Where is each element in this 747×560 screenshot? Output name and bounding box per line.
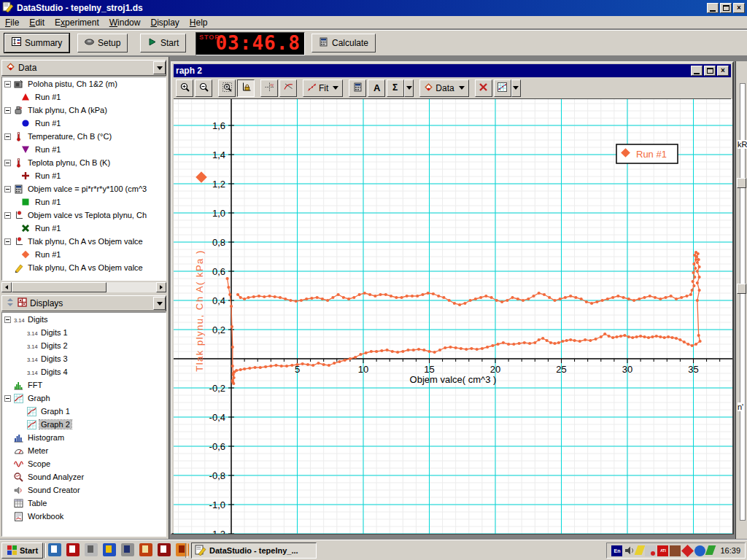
menu-display[interactable]: Display bbox=[145, 17, 184, 28]
quick-launch-opera-icon[interactable] bbox=[158, 543, 171, 556]
quick-launch-calculator-icon[interactable] bbox=[121, 543, 134, 556]
scrollbar-thumb[interactable] bbox=[12, 282, 107, 292]
data-item[interactable]: Objem valce vs Teplota plynu, Ch bbox=[2, 209, 166, 222]
legend[interactable]: Run #1 bbox=[616, 144, 678, 163]
summary-button[interactable]: Summary bbox=[4, 34, 69, 52]
display-item-table[interactable]: Table bbox=[2, 497, 166, 510]
tree-expander-icon[interactable] bbox=[4, 238, 11, 245]
display-item-meter[interactable]: Meter bbox=[2, 444, 166, 457]
language-en-indicator[interactable]: En bbox=[611, 545, 622, 556]
fit-menu-button[interactable]: Fit bbox=[303, 79, 343, 97]
delete-button[interactable] bbox=[475, 79, 492, 97]
run-item[interactable]: Run #1 bbox=[2, 169, 166, 182]
tree-expander-icon[interactable] bbox=[4, 133, 11, 140]
smart-tool-button[interactable]: xy bbox=[260, 79, 278, 97]
run-item[interactable]: Run #1 bbox=[2, 195, 166, 209]
slope-tool-button[interactable] bbox=[279, 79, 297, 97]
data-panel-dropdown-button[interactable] bbox=[153, 61, 166, 74]
dialup-tray-icon[interactable] bbox=[705, 545, 716, 555]
zoom-out-button[interactable] bbox=[195, 79, 212, 97]
data-menu-button[interactable]: Data bbox=[419, 79, 468, 97]
display-item-fft[interactable]: FFT bbox=[2, 378, 166, 392]
quick-launch-dragon-icon[interactable] bbox=[139, 543, 152, 556]
scheduler-tray-icon[interactable] bbox=[645, 545, 656, 556]
display-item-digits[interactable]: 3.14Digits bbox=[2, 313, 166, 326]
chart-plot-area[interactable]: 1,61,41,21,00,80,60,40,2-0,2-0,4-0,6-0,8… bbox=[174, 99, 732, 534]
menu-experiment[interactable]: Experiment bbox=[50, 17, 104, 28]
display-item-sound-creator[interactable]: Sound Creator bbox=[2, 483, 166, 497]
display-item-scope[interactable]: Scope bbox=[2, 457, 166, 470]
tree-expander-icon[interactable] bbox=[4, 316, 11, 323]
graph-close-button[interactable]: × bbox=[717, 66, 729, 76]
start-button[interactable]: Start bbox=[140, 34, 186, 52]
quick-launch-acrobat-icon[interactable] bbox=[66, 543, 80, 556]
tree-expander-icon[interactable] bbox=[4, 107, 11, 114]
display-item-sound-analyzer[interactable]: Sound Analyzer bbox=[2, 470, 166, 483]
display-item-digits-2[interactable]: 3.14Digits 2 bbox=[2, 339, 166, 352]
display-item-workbook[interactable]: Workbook bbox=[2, 510, 166, 523]
data-tree-horizontal-scrollbar[interactable] bbox=[1, 282, 166, 292]
start-menu-button[interactable]: Start bbox=[1, 542, 43, 559]
menu-help[interactable]: Help bbox=[185, 17, 213, 28]
tree-expander-icon[interactable] bbox=[4, 160, 11, 166]
data-item[interactable]: Poloha pistu, Ch 1&2 (m) bbox=[2, 77, 166, 90]
display-item-graph[interactable]: Graph bbox=[2, 392, 166, 405]
display-item-digits-1[interactable]: 3.14Digits 1 bbox=[2, 326, 166, 339]
tree-expander-icon[interactable] bbox=[4, 212, 11, 219]
displays-panel-header[interactable]: Displays bbox=[1, 295, 166, 311]
sync-tray-icon[interactable] bbox=[694, 545, 705, 556]
display-item-graph-1[interactable]: Graph 1 bbox=[2, 405, 166, 418]
tree-expander-icon[interactable] bbox=[4, 81, 11, 88]
display-item-histogram[interactable]: Histogram bbox=[2, 431, 166, 444]
displays-panel-dropdown-button[interactable] bbox=[153, 297, 166, 310]
ati-tray-icon[interactable]: ATI bbox=[657, 545, 668, 556]
data-item[interactable]: Tlak plynu, Ch A vs Objem valce bbox=[2, 235, 166, 248]
display-item-digits-3[interactable]: 3.14Digits 3 bbox=[2, 352, 166, 365]
scroll-right-button[interactable] bbox=[156, 282, 166, 292]
display-item-digits-4[interactable]: 3.14Digits 4 bbox=[2, 365, 166, 378]
quick-launch-bird-icon[interactable] bbox=[85, 543, 98, 556]
brush-tray-icon[interactable] bbox=[635, 545, 646, 555]
calculator-button[interactable] bbox=[349, 79, 366, 97]
statistics-button-dropdown[interactable] bbox=[404, 79, 414, 97]
power-tray-icon[interactable] bbox=[681, 545, 694, 557]
text-tool-button[interactable]: A bbox=[368, 79, 385, 97]
calculate-button[interactable]: Calculate bbox=[311, 34, 376, 52]
settings-menu-button[interactable] bbox=[494, 79, 511, 97]
run-item[interactable]: Run #1 bbox=[2, 143, 166, 156]
menu-edit[interactable]: Edit bbox=[24, 17, 50, 28]
run-item[interactable]: Run #1 bbox=[2, 248, 166, 261]
scale-lock-button[interactable] bbox=[237, 79, 255, 97]
run-item[interactable]: Run #1 bbox=[2, 117, 166, 130]
graph-2-window[interactable]: raph 2 × xyFitAΣData 1,61,41,21,00,80,60… bbox=[171, 61, 734, 534]
statistics-button[interactable]: Σ bbox=[387, 79, 404, 97]
quick-launch-paint-icon[interactable] bbox=[103, 543, 116, 556]
data-item[interactable]: Teplota plynu, Ch B (K) bbox=[2, 156, 166, 169]
app-title-bar[interactable]: DataStudio - tepelny_stroj1.ds × bbox=[0, 0, 747, 16]
data-item[interactable]: Tlak plynu, Ch A vs Objem valce bbox=[2, 261, 166, 274]
data-item[interactable]: Tlak plynu, Ch A (kPa) bbox=[2, 104, 166, 117]
volume-icon[interactable] bbox=[624, 545, 635, 556]
data-item[interactable]: Objem valce = pi*r*r*y*100 (cm^3 bbox=[2, 182, 166, 195]
tree-expander-icon[interactable] bbox=[4, 395, 11, 402]
devil-tray-icon[interactable] bbox=[670, 545, 681, 556]
minimize-button[interactable] bbox=[707, 3, 719, 13]
graph-maximize-button[interactable] bbox=[704, 66, 716, 76]
graph-minimize-button[interactable] bbox=[691, 66, 703, 76]
quick-launch-notes-icon[interactable] bbox=[48, 543, 61, 556]
maximize-button[interactable] bbox=[720, 3, 732, 13]
run-item[interactable]: Run #1 bbox=[2, 222, 166, 235]
menu-file[interactable]: File bbox=[0, 17, 24, 28]
close-button[interactable]: × bbox=[733, 3, 745, 13]
display-item-graph-2[interactable]: Graph 2 bbox=[2, 418, 166, 431]
scroll-left-button[interactable] bbox=[1, 282, 12, 292]
data-item[interactable]: Temperature, Ch B (°C) bbox=[2, 130, 166, 143]
tree-expander-icon[interactable] bbox=[4, 186, 11, 192]
datastudio-task-button[interactable]: DataStudio - tepelny_... bbox=[191, 542, 317, 559]
run-item[interactable]: Run #1 bbox=[2, 90, 166, 104]
setup-button[interactable]: Setup bbox=[77, 34, 128, 52]
settings-menu-button-dropdown[interactable] bbox=[511, 79, 521, 97]
zoom-in-button[interactable] bbox=[176, 79, 193, 97]
menu-window[interactable]: Window bbox=[104, 17, 146, 28]
data-panel-header[interactable]: Data bbox=[1, 60, 166, 76]
